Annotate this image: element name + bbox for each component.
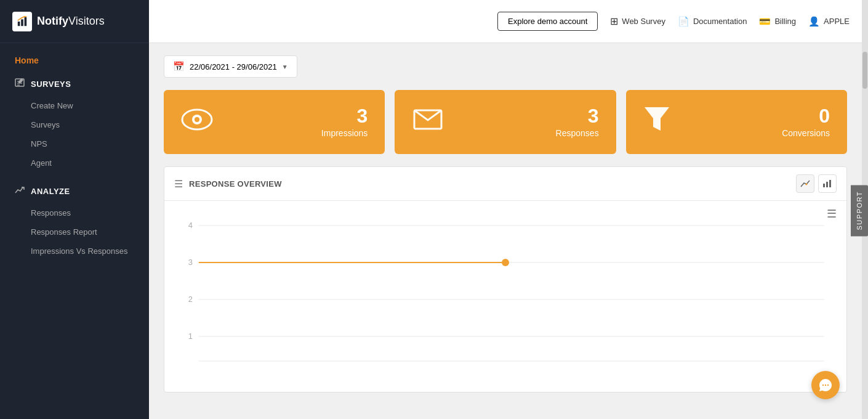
svg-text:2: 2: [188, 295, 193, 304]
scrollbar-thumb[interactable]: [862, 52, 867, 89]
conversions-info: 0 Conversions: [782, 106, 830, 138]
chat-bubble[interactable]: [811, 371, 840, 399]
web-survey-label: Web Survey: [622, 17, 665, 26]
sidebar-item-home[interactable]: Home: [0, 49, 149, 71]
user-label: APPLE: [824, 17, 850, 26]
billing-label: Billing: [774, 17, 796, 26]
sidebar-item-impressions-vs-responses[interactable]: Impressions Vs Responses: [0, 242, 149, 261]
surveys-icon: [15, 78, 25, 90]
chart-title-row: ☰ RESPONSE OVERVIEW: [174, 178, 282, 190]
conversions-card: 0 Conversions: [626, 90, 847, 154]
impressions-number: 3: [321, 106, 368, 126]
date-range-label: 22/06/2021 - 29/06/2021: [190, 62, 277, 71]
support-tab[interactable]: SUPPORT: [851, 185, 868, 236]
billing-link[interactable]: 💳 Billing: [759, 16, 796, 27]
stats-row: 3 Impressions 3 Responses: [164, 90, 847, 154]
logo-icon: [12, 12, 32, 31]
topbar: Explore demo account ⊞ Web Survey 📄 Docu…: [149, 0, 862, 43]
sidebar-item-create-new[interactable]: Create New: [0, 96, 149, 115]
content-area: 📅 22/06/2021 - 29/06/2021 ▼ 3 Impression…: [149, 43, 862, 419]
svg-point-25: [502, 259, 509, 266]
svg-point-29: [827, 384, 829, 386]
svg-point-28: [825, 384, 826, 386]
analyze-label: ANALYZE: [31, 187, 70, 196]
envelope-icon: [412, 107, 444, 137]
svg-text:3: 3: [188, 258, 193, 267]
app-title: NotifyVisitors: [37, 15, 105, 28]
svg-rect-2: [25, 17, 27, 25]
svg-point-9: [195, 117, 199, 122]
user-icon: 👤: [808, 16, 820, 27]
sidebar-item-responses[interactable]: Responses: [0, 203, 149, 222]
sidebar-item-agent[interactable]: Agent: [0, 153, 149, 173]
chart-header: ☰ RESPONSE OVERVIEW: [164, 167, 846, 201]
bar-chart-button[interactable]: [818, 174, 837, 193]
documentation-label: Documentation: [693, 17, 747, 26]
date-range-picker[interactable]: 📅 22/06/2021 - 29/06/2021 ▼: [164, 55, 297, 78]
doc-icon: 📄: [678, 16, 689, 27]
explore-demo-button[interactable]: Explore demo account: [497, 12, 598, 31]
surveys-label: SURVEYS: [31, 79, 71, 89]
conversions-label: Conversions: [782, 128, 830, 138]
svg-rect-1: [21, 19, 23, 26]
chevron-down-icon: ▼: [282, 63, 288, 70]
responses-info: 3 Responses: [556, 106, 599, 138]
response-overview-section: ☰ RESPONSE OVERVIEW: [164, 166, 847, 393]
chart-title: RESPONSE OVERVIEW: [189, 179, 282, 189]
svg-point-27: [822, 384, 824, 386]
svg-point-12: [806, 184, 808, 185]
calendar-icon: 📅: [173, 61, 185, 72]
web-survey-link[interactable]: ⊞ Web Survey: [610, 15, 665, 27]
svg-text:1: 1: [188, 332, 193, 341]
sidebar-section-surveys[interactable]: SURVEYS: [0, 71, 149, 96]
sidebar-nav: Home SURVEYS Create New Surveys NPS Agen…: [0, 43, 149, 419]
analyze-icon: [15, 185, 25, 197]
documentation-link[interactable]: 📄 Documentation: [678, 16, 747, 27]
impressions-card: 3 Impressions: [164, 90, 385, 154]
main-content: Explore demo account ⊞ Web Survey 📄 Docu…: [149, 0, 862, 419]
impressions-info: 3 Impressions: [321, 106, 368, 138]
svg-rect-14: [826, 182, 828, 187]
svg-text:4: 4: [188, 221, 193, 230]
svg-rect-0: [18, 22, 20, 26]
chart-actions: [796, 174, 837, 193]
line-chart-button[interactable]: [796, 174, 814, 193]
chart-svg-container: 4 3 2 1: [174, 213, 837, 380]
billing-icon: 💳: [759, 16, 771, 27]
svg-rect-13: [823, 184, 825, 187]
responses-label: Responses: [556, 128, 599, 138]
grid-icon: ⊞: [610, 15, 618, 27]
sidebar: NotifyVisitors Home SURVEYS Create New S…: [0, 0, 149, 419]
sidebar-item-nps[interactable]: NPS: [0, 134, 149, 153]
logo: NotifyVisitors: [0, 0, 149, 43]
user-link[interactable]: 👤 APPLE: [808, 16, 850, 27]
sidebar-item-responses-report[interactable]: Responses Report: [0, 222, 149, 242]
support-tab-wrapper: SUPPORT: [851, 185, 868, 236]
responses-card: 3 Responses: [395, 90, 616, 154]
impressions-label: Impressions: [321, 128, 368, 138]
sidebar-item-surveys[interactable]: Surveys: [0, 115, 149, 134]
eye-icon: [181, 107, 213, 137]
chart-body: ☰ 4 3 2 1: [164, 201, 846, 392]
funnel-icon: [643, 105, 670, 139]
svg-marker-11: [645, 107, 669, 131]
sidebar-section-analyze[interactable]: ANALYZE: [0, 179, 149, 203]
responses-number: 3: [556, 106, 599, 126]
svg-rect-15: [829, 180, 831, 187]
list-icon: ☰: [174, 178, 183, 190]
conversions-number: 0: [782, 106, 830, 126]
